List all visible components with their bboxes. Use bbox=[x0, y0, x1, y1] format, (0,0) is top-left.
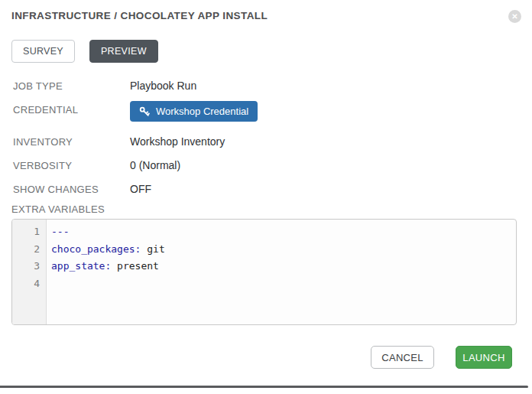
credential-pill-label: Workshop Credential bbox=[156, 106, 248, 117]
extra-variables-editor[interactable]: 1 2 3 4 --- choco_packages: git app_stat… bbox=[11, 219, 517, 325]
close-icon[interactable]: ✕ bbox=[508, 10, 521, 23]
line-number: 2 bbox=[12, 241, 46, 259]
inventory-label: INVENTORY bbox=[13, 136, 73, 148]
yaml-token: app_state: bbox=[51, 260, 111, 272]
yaml-token: git bbox=[141, 243, 164, 255]
cancel-button[interactable]: CANCEL bbox=[371, 346, 434, 369]
code-line: --- bbox=[51, 223, 516, 241]
show-changes-label: SHOW CHANGES bbox=[13, 184, 99, 195]
job-type-label: JOB TYPE bbox=[13, 80, 63, 92]
inventory-value: Workshop Inventory bbox=[130, 135, 225, 148]
modal-bottom-edge bbox=[0, 386, 528, 388]
verbosity-label: VERBOSITY bbox=[13, 160, 72, 171]
tab-preview[interactable]: PREVIEW bbox=[89, 40, 158, 63]
tab-survey[interactable]: SURVEY bbox=[11, 40, 75, 63]
line-number: 1 bbox=[12, 223, 46, 241]
credential-label: CREDENTIAL bbox=[13, 104, 78, 116]
editor-gutter: 1 2 3 4 bbox=[12, 220, 47, 324]
job-type-value: Playbook Run bbox=[130, 80, 196, 92]
verbosity-value: 0 (Normal) bbox=[130, 159, 180, 171]
yaml-token: present bbox=[111, 260, 159, 272]
show-changes-value: OFF bbox=[130, 183, 151, 195]
line-number: 4 bbox=[12, 275, 46, 293]
extra-variables-label: EXTRA VARIABLES bbox=[11, 204, 105, 215]
dialog-title: INFRASTRUCTURE / CHOCOLATEY APP INSTALL bbox=[11, 10, 268, 21]
launch-preview-dialog: INFRASTRUCTURE / CHOCOLATEY APP INSTALL … bbox=[0, 0, 532, 394]
code-line: choco_packages: git bbox=[51, 241, 516, 259]
line-number: 3 bbox=[12, 258, 46, 275]
yaml-token: --- bbox=[51, 226, 69, 237]
editor-code-area[interactable]: --- choco_packages: git app_state: prese… bbox=[47, 220, 516, 324]
tab-bar: SURVEY PREVIEW bbox=[11, 40, 158, 63]
credential-pill[interactable]: Workshop Credential bbox=[130, 101, 258, 122]
launch-button[interactable]: LAUNCH bbox=[456, 346, 512, 369]
yaml-token: choco_packages: bbox=[51, 243, 141, 255]
code-line: app_state: present bbox=[51, 258, 516, 275]
key-icon bbox=[139, 106, 150, 117]
